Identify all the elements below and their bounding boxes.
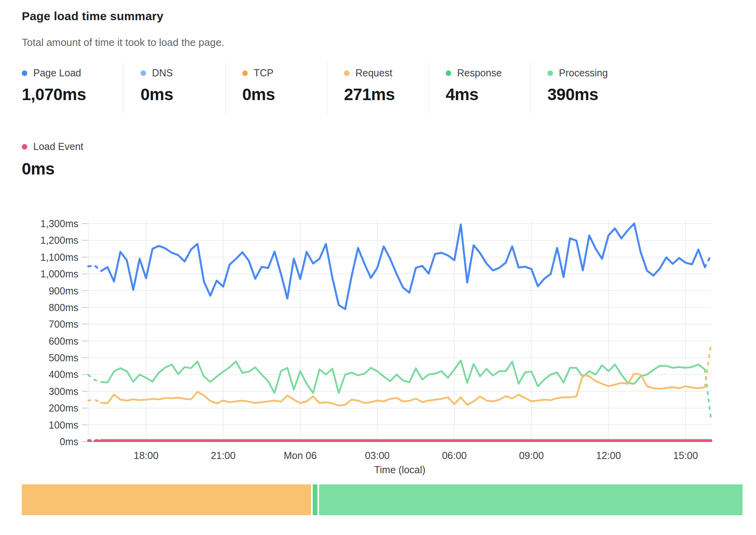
stat-value: 1,070ms bbox=[22, 85, 123, 104]
timeline-bar-segment-processing-portion[interactable] bbox=[319, 484, 743, 515]
svg-text:0ms: 0ms bbox=[60, 436, 78, 447]
timeline-bar-segment-processing-sliver[interactable] bbox=[313, 484, 318, 515]
svg-text:21:00: 21:00 bbox=[211, 450, 236, 461]
stat-label: TCP bbox=[254, 67, 274, 79]
stat-value: 390ms bbox=[547, 85, 632, 104]
svg-text:Mon 06: Mon 06 bbox=[284, 450, 317, 461]
load-time-chart-canvas[interactable]: 0ms100ms200ms300ms400ms500ms600ms700ms80… bbox=[0, 174, 756, 479]
timeline-bar[interactable] bbox=[22, 484, 739, 515]
processing-dot-icon bbox=[547, 70, 553, 76]
page-load-dot-icon bbox=[22, 70, 27, 76]
stat-value: 0ms bbox=[242, 85, 327, 104]
stat-label: Page Load bbox=[33, 67, 81, 79]
stat-label: Load Event bbox=[33, 141, 84, 152]
timeline-bar-segment-request-portion[interactable] bbox=[22, 484, 311, 515]
svg-text:03:00: 03:00 bbox=[365, 450, 390, 461]
stat-label: Response bbox=[457, 67, 502, 79]
svg-text:600ms: 600ms bbox=[49, 336, 78, 347]
stat-request: Request 271ms bbox=[327, 62, 429, 114]
svg-text:400ms: 400ms bbox=[49, 369, 78, 380]
svg-text:12:00: 12:00 bbox=[596, 450, 621, 461]
stat-value: 271ms bbox=[344, 85, 429, 104]
page-load-summary-panel: Page load time summary Total amount of t… bbox=[0, 0, 756, 535]
stats-row: Page Load 1,070ms DNS 0ms TCP 0ms Reques… bbox=[22, 62, 632, 114]
stat-tcp: TCP 0ms bbox=[225, 62, 327, 114]
stat-response: Response 4ms bbox=[429, 62, 530, 114]
svg-text:800ms: 800ms bbox=[49, 302, 78, 313]
page-title: Page load time summary bbox=[22, 9, 163, 23]
load-event-dot-icon bbox=[22, 144, 27, 150]
stat-value: 4ms bbox=[446, 85, 530, 104]
svg-text:18:00: 18:00 bbox=[134, 450, 159, 461]
stat-label: Request bbox=[355, 67, 392, 79]
svg-text:09:00: 09:00 bbox=[519, 450, 544, 461]
stat-processing: Processing 390ms bbox=[530, 62, 632, 114]
tcp-dot-icon bbox=[242, 70, 248, 76]
svg-text:700ms: 700ms bbox=[49, 319, 78, 330]
svg-text:200ms: 200ms bbox=[49, 402, 78, 414]
svg-text:300ms: 300ms bbox=[49, 386, 78, 397]
load-time-chart[interactable]: 0ms100ms200ms300ms400ms500ms600ms700ms80… bbox=[0, 174, 756, 479]
request-dot-icon bbox=[344, 70, 350, 76]
svg-text:1,100ms: 1,100ms bbox=[40, 252, 78, 263]
stat-page-load: Page Load 1,070ms bbox=[22, 62, 123, 114]
dns-dot-icon bbox=[141, 70, 146, 76]
stat-value: 0ms bbox=[141, 85, 225, 104]
svg-text:15:00: 15:00 bbox=[673, 450, 698, 461]
stat-label: Processing bbox=[559, 67, 608, 79]
svg-text:100ms: 100ms bbox=[49, 419, 78, 431]
svg-text:900ms: 900ms bbox=[49, 285, 78, 296]
page-subtitle: Total amount of time it took to load the… bbox=[22, 36, 224, 49]
svg-text:1,200ms: 1,200ms bbox=[40, 235, 78, 246]
response-dot-icon bbox=[446, 70, 451, 76]
stat-label: DNS bbox=[152, 67, 173, 79]
svg-text:1,300ms: 1,300ms bbox=[40, 218, 78, 229]
svg-text:1,000ms: 1,000ms bbox=[40, 268, 78, 279]
svg-text:Time (local): Time (local) bbox=[374, 464, 425, 475]
svg-text:06:00: 06:00 bbox=[442, 450, 467, 461]
svg-text:500ms: 500ms bbox=[49, 352, 78, 363]
stat-dns: DNS 0ms bbox=[123, 62, 225, 114]
